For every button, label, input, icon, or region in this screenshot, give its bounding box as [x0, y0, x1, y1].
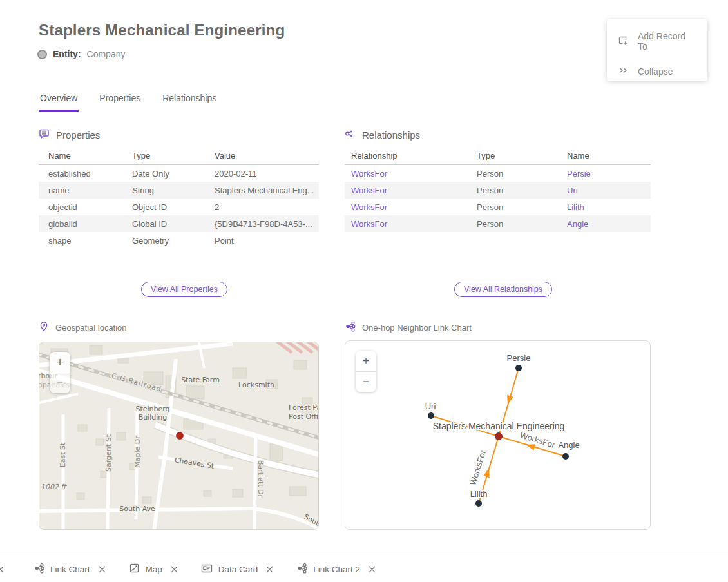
map-zoom-control: + − [50, 352, 70, 393]
section-title: One-hop Neighbor Link Chart [362, 323, 472, 333]
workspace-tab-label: Data Card [218, 565, 258, 574]
map-label: Steinberg [135, 405, 169, 413]
map-label: Forest Par [289, 403, 319, 412]
workspace-tab-label: Link Chart 2 [313, 565, 360, 574]
col-header: Relationship [345, 151, 470, 160]
properties-table-header: Name Type Value [39, 147, 319, 165]
map-label: Bartlett Dr [256, 460, 265, 498]
entity-type-dot-icon [37, 50, 47, 59]
relationships-table-header: Relationship Type Name [345, 147, 651, 165]
node-persie[interactable] [515, 365, 522, 371]
node-center-entity[interactable] [495, 433, 503, 440]
close-icon[interactable] [369, 566, 376, 573]
entity-link[interactable]: Lilith [560, 202, 651, 212]
col-header: Type [122, 151, 205, 160]
relationships-section-header: Relationships [345, 128, 420, 141]
clipped-tab-close-icon[interactable] [0, 566, 4, 573]
zoom-in-button[interactable]: + [50, 352, 70, 373]
map-label: East St [59, 442, 67, 467]
map-label: Building [139, 413, 168, 422]
map-label: Maple Dr [133, 436, 142, 468]
link-chart-section-header: One-hop Neighbor Link Chart [345, 321, 472, 334]
menu-item-label: Add Record To [638, 31, 697, 52]
workspace-tab-bar: Link Chart Map [0, 556, 728, 582]
relationships-icon [345, 128, 356, 141]
chart-zoom-control: + − [356, 351, 376, 392]
entity-type-value: Company [87, 49, 126, 59]
one-hop-link-chart[interactable]: WorksFor WorksFor Staplers Mechanical En… [345, 340, 651, 530]
table-row[interactable]: name String Staplers Mechanical Eng... [39, 182, 319, 199]
table-row[interactable]: WorksFor Person Persie [345, 165, 651, 182]
section-title: Geospatial location [55, 323, 127, 333]
entity-label: Entity: [53, 49, 81, 59]
map-icon [129, 563, 140, 576]
tab-relationships[interactable]: Relationships [161, 93, 218, 112]
workspace-tab-link-chart-2[interactable]: Link Chart 2 [296, 563, 376, 576]
menu-item-add-record-to[interactable]: Add Record To [607, 24, 707, 58]
zoom-out-button[interactable]: − [356, 371, 376, 392]
data-card-page: Staplers Mechanical Engineering Entity: … [0, 0, 728, 582]
edge-label-worksfor: WorksFor [519, 430, 557, 450]
table-row[interactable]: objectid Object ID 2 [39, 199, 319, 215]
view-all-properties-button[interactable]: View All Properties [141, 282, 227, 297]
node-lilith[interactable] [475, 500, 482, 507]
location-pin-icon [39, 321, 49, 334]
menu-item-label: Collapse [638, 66, 673, 77]
relationship-link[interactable]: WorksFor [345, 186, 470, 195]
map-scale-label: 1002 ft [41, 483, 67, 491]
map-label: Locksmith [238, 381, 274, 389]
tab-properties[interactable]: Properties [98, 93, 142, 112]
add-record-icon [617, 35, 629, 48]
table-row[interactable]: WorksFor Person Uri [345, 182, 651, 199]
properties-icon [39, 128, 50, 141]
close-icon[interactable] [171, 566, 178, 573]
tab-bar: Overview Properties Relationships [39, 93, 218, 112]
relationship-link[interactable]: WorksFor [345, 219, 470, 229]
workspace-tab-data-card[interactable]: Data Card [201, 563, 274, 576]
relationship-link[interactable]: WorksFor [345, 202, 470, 212]
view-all-relationships-button[interactable]: View All Relationships [454, 282, 552, 297]
workspace-tab-label: Link Chart [50, 565, 90, 574]
close-icon[interactable] [99, 566, 106, 573]
link-chart-icon [345, 321, 356, 334]
section-title: Properties [56, 130, 100, 141]
map-canvas: rbour opaedics C G Railroad State Farm L… [39, 342, 319, 530]
menu-item-collapse[interactable]: Collapse [607, 58, 707, 84]
relationship-link[interactable]: WorksFor [345, 169, 470, 179]
map-label: Sargent St [104, 434, 113, 472]
link-chart-icon [296, 563, 307, 576]
workspace-tab-link-chart[interactable]: Link Chart [34, 563, 106, 576]
properties-section-header: Properties [39, 128, 100, 141]
map-label: State Farm [181, 376, 220, 384]
table-row[interactable]: WorksFor Person Angie [345, 215, 651, 232]
center-node-label: Staplers Mechanical Engineering [433, 421, 565, 431]
node-label: Persie [507, 353, 531, 363]
entity-link[interactable]: Uri [560, 186, 651, 195]
context-menu: Add Record To Collapse [607, 19, 707, 81]
node-uri[interactable] [428, 412, 434, 419]
col-header: Type [470, 151, 560, 160]
col-header: Name [39, 151, 122, 160]
svg-text:WorksFor: WorksFor [519, 430, 557, 450]
table-row[interactable]: WorksFor Person Lilith [345, 199, 651, 215]
relationships-table: Relationship Type Name WorksFor Person P… [345, 147, 651, 232]
table-row[interactable]: established Date Only 2020-02-11 [39, 165, 319, 182]
table-row[interactable]: shape Geometry Point [39, 232, 319, 249]
map-label: Post Offic [289, 412, 319, 421]
map-label: South Ave [119, 505, 155, 513]
entity-link[interactable]: Persie [560, 169, 651, 179]
close-icon[interactable] [266, 566, 273, 573]
map-entity-marker[interactable] [177, 432, 184, 440]
geospatial-map[interactable]: rbour opaedics C G Railroad State Farm L… [39, 342, 319, 530]
page-title: Staplers Mechanical Engineering [39, 21, 285, 39]
tab-overview[interactable]: Overview [39, 93, 79, 112]
workspace-tab-map[interactable]: Map [129, 563, 178, 576]
workspace-tab-label: Map [146, 565, 162, 574]
zoom-out-button[interactable]: − [50, 373, 70, 393]
entity-link[interactable]: Angie [560, 219, 651, 229]
table-row[interactable]: globalid Global ID {5D9B4713-F98D-4A53-.… [39, 215, 319, 232]
node-angie[interactable] [562, 453, 569, 460]
zoom-in-button[interactable]: + [356, 351, 376, 371]
collapse-icon [617, 64, 629, 78]
properties-table: Name Type Value established Date Only 20… [39, 147, 319, 249]
